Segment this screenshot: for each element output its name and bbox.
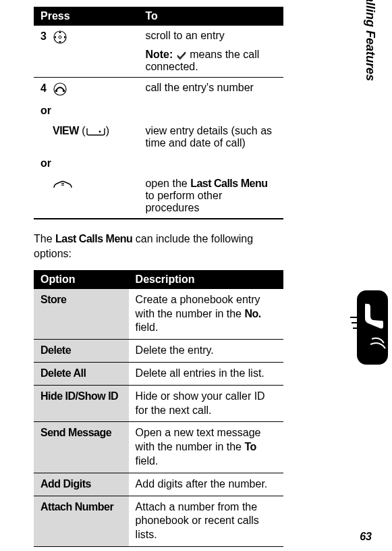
option-name: Delete [34, 340, 129, 363]
option-row: Hide ID/Show ID Hide or show your caller… [34, 385, 283, 422]
intro-a: The [34, 233, 55, 244]
step-4-press-1: 4 [34, 78, 138, 101]
option-header-row: Option Description [34, 270, 283, 289]
step-4-action-1: call the entry's number [138, 78, 283, 101]
call-icon [53, 82, 67, 97]
right-softkey-icon [86, 127, 106, 136]
step-4-action-3: open the Last Calls Menu to perform othe… [138, 174, 283, 219]
svg-rect-10 [61, 183, 64, 184]
intro-menu-kw: Last Calls Menu [55, 233, 132, 244]
option-name: Delete All [34, 362, 129, 385]
step-4-press-2: VIEW ( ) [34, 121, 138, 153]
step-4-number: 4 [40, 82, 50, 95]
step-3-action-text: scroll to an entry [145, 30, 277, 42]
view-label: VIEW [53, 125, 79, 136]
option-desc: Open a new text message with the number … [129, 422, 283, 473]
svg-rect-7 [55, 90, 57, 92]
side-section-label: Calling Features [363, 0, 377, 81]
phone-side-icon [350, 290, 388, 367]
svg-rect-8 [63, 90, 65, 92]
svg-rect-11 [61, 184, 64, 185]
or-label-1: or [34, 101, 138, 121]
option-name: Hide ID/Show ID [34, 385, 129, 422]
scroll-icon [53, 30, 67, 45]
press-header-to: To [138, 7, 283, 26]
step-4-row-1: 4 call the entry's number [34, 78, 283, 101]
press-header-press: Press [34, 7, 138, 26]
step-4-press-3 [34, 174, 138, 219]
or-label-2: or [34, 153, 138, 174]
menu-key-icon [53, 180, 73, 189]
page-content: Press To 3 [0, 0, 337, 551]
step-3-press: 3 [34, 26, 138, 78]
option-desc: Delete the entry. [129, 340, 283, 363]
option-row: Attach Number Attach a number from the p… [34, 496, 283, 546]
option-desc: Add digits after the number. [129, 473, 283, 496]
option-table: Option Description Store Create a phoneb… [34, 270, 283, 547]
option-header-option: Option [34, 270, 129, 289]
step-3-note-label: Note: [145, 49, 173, 60]
check-icon [176, 50, 187, 61]
step-3-row: 3 scroll to an entry [34, 26, 283, 78]
press-header-row: Press To [34, 7, 283, 26]
step-4-row-3: open the Last Calls Menu to perform othe… [34, 174, 283, 219]
step-4-or-2: or [34, 153, 283, 174]
option-name: Attach Number [34, 496, 129, 546]
svg-point-1 [59, 36, 61, 38]
option-row: Store Create a phonebook entry with the … [34, 289, 283, 340]
option-header-desc: Description [129, 270, 283, 289]
intro-line: The Last Calls Menu can include the foll… [34, 232, 283, 262]
option-desc: Delete all entries in the list. [129, 362, 283, 385]
option-desc: Create a phonebook entry with the number… [129, 289, 283, 340]
page-number: 63 [360, 531, 372, 543]
step-4-a3-b: to perform other procedures [145, 190, 222, 213]
step-3-action: scroll to an entry Note: means the call … [138, 26, 283, 78]
option-row: Delete Delete the entry. [34, 340, 283, 363]
paren-close: ) [106, 125, 109, 136]
step-3-number: 3 [40, 30, 50, 43]
step-4-or-1: or [34, 101, 283, 121]
option-name: Add Digits [34, 473, 129, 496]
option-desc: Hide or show your caller ID for the next… [129, 385, 283, 422]
option-name: Store [34, 289, 129, 340]
step-4-row-2: VIEW ( ) view entry details (such as tim… [34, 121, 283, 153]
step-4-action-2: view entry details (such as time and dat… [138, 121, 283, 153]
option-row: Send Message Open a new text message wit… [34, 422, 283, 473]
option-desc: Attach a number from the phonebook or re… [129, 496, 283, 546]
last-calls-menu-kw: Last Calls Menu [190, 178, 267, 189]
step-3-note: Note: means the call connected. [145, 49, 277, 73]
step-4-a3-a: open the [145, 178, 190, 189]
paren-open: ( [79, 125, 86, 136]
svg-point-9 [99, 130, 101, 132]
option-row: Add Digits Add digits after the number. [34, 473, 283, 496]
svg-rect-12 [357, 290, 388, 365]
option-row: Delete All Delete all entries in the lis… [34, 362, 283, 385]
svg-point-6 [54, 83, 66, 95]
option-name: Send Message [34, 422, 129, 473]
press-to-table: Press To 3 [34, 7, 283, 219]
